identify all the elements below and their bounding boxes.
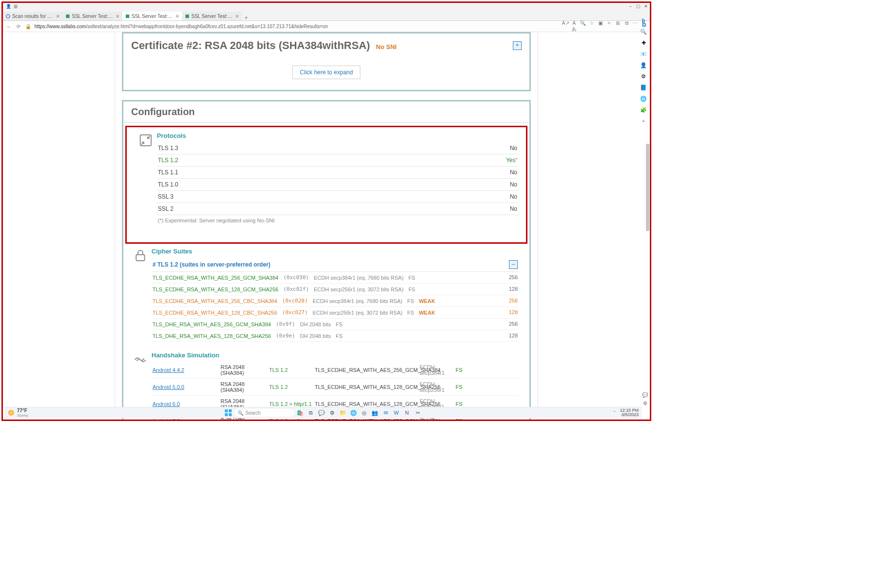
protocol-value: No: [510, 145, 517, 151]
addrbar-action-icon[interactable]: 🔍: [579, 20, 586, 33]
taskbar-edge[interactable]: 🌐: [349, 408, 358, 417]
certificate-expand-icon[interactable]: +: [513, 41, 522, 50]
start-button[interactable]: [224, 408, 233, 417]
tray-chevron-icon[interactable]: ˄: [613, 410, 616, 415]
handshake-row: Android 4.4.2RSA 2048 (SHA384)TLS 1.2TLS…: [152, 362, 519, 379]
taskbar-chat[interactable]: 💬: [317, 408, 326, 417]
taskbar-onenote[interactable]: N: [403, 408, 411, 417]
addrbar-action-icon[interactable]: ⧉: [623, 20, 630, 33]
certificate-title-text: Certificate #2: RSA 2048 bits (SHA384wit…: [131, 39, 370, 51]
taskbar-weather[interactable]: 77°F Sunny: [8, 408, 28, 418]
titlebar-left-icons: 👤 ▥: [6, 3, 18, 10]
handshake-client-link[interactable]: Android 7.0: [152, 418, 220, 420]
cipher-suites-section: Cipher Suites # TLS 1.2 (suites in serve…: [123, 244, 529, 344]
sidebar-icon[interactable]: 📘: [640, 84, 647, 91]
tab-close-button[interactable]: ✕: [116, 14, 119, 19]
taskbar-search[interactable]: 🔍 Search: [235, 409, 294, 417]
handshake-client-link[interactable]: Android 5.0.0: [152, 384, 220, 390]
window-maximize[interactable]: ▢: [634, 3, 642, 10]
refresh-button[interactable]: ⟳: [15, 24, 22, 29]
browser-tab[interactable]: SSL Server Test: webappfrontdo…✕: [122, 12, 182, 20]
expand-certificate-button[interactable]: Click here to expand: [292, 66, 360, 79]
tab-close-button[interactable]: ✕: [235, 14, 239, 19]
svg-point-0: [6, 14, 10, 17]
edge-sidebar: b🔍✚📧👤⚙📘🌐🧩+: [639, 15, 648, 125]
addrbar-action-icon[interactable]: ⊞: [614, 20, 621, 33]
sidebar-icon[interactable]: 🧩: [640, 106, 647, 114]
cipher-collapse-icon[interactable]: –: [509, 260, 518, 269]
cipher-suites-subhead: # TLS 1.2 (suites in server-preferred or…: [152, 258, 519, 272]
sidebar-icon[interactable]: 🔍: [640, 28, 647, 35]
cipher-detail: ECDH secp384r1 (eq. 7680 bits RSA): [313, 298, 403, 304]
tab-label: SSL Server Test: webappfrontdo…: [72, 14, 114, 19]
taskbar-taskview[interactable]: ⧉: [306, 408, 315, 417]
tab-close-button[interactable]: ✕: [175, 14, 179, 19]
handshake-client-link[interactable]: Android 6.0: [152, 401, 220, 407]
workspace-icon[interactable]: ▥: [14, 4, 18, 9]
settings-icon[interactable]: ⚙: [643, 401, 647, 406]
back-button[interactable]: ←: [5, 24, 12, 29]
taskbar-teams[interactable]: 👥: [371, 408, 379, 417]
window-minimize[interactable]: –: [627, 3, 634, 10]
taskbar-chrome[interactable]: ◎: [360, 408, 369, 417]
protocols-highlight: Protocols TLS 1.3NoTLS 1.2Yes*TLS 1.1NoT…: [125, 126, 527, 244]
site-info-icon[interactable]: 🔒: [25, 24, 32, 29]
search-placeholder: Search: [245, 410, 261, 416]
new-tab-button[interactable]: +: [242, 15, 251, 20]
addrbar-action-icon[interactable]: Aあ: [571, 20, 577, 33]
sidebar-icon[interactable]: 🌐: [640, 95, 647, 102]
protocol-name: TLS 1.0: [158, 181, 178, 188]
browser-tab[interactable]: SSL Server Test: webappfrontdo…✕: [63, 12, 122, 20]
configuration-box: Configuration Protocols TLS 1.3: [122, 100, 531, 420]
cipher-suite-row: TLS_ECDHE_RSA_WITH_AES_128_CBC_SHA256(0x…: [152, 307, 519, 319]
search-icon: 🔍: [237, 410, 243, 416]
protocol-name: TLS 1.2: [158, 157, 178, 164]
tab-label: Scan results for https://webappf: [12, 14, 54, 19]
addrbar-action-icon[interactable]: ⋯: [632, 20, 639, 33]
cipher-suites-icon: [129, 248, 152, 263]
taskbar-explorer[interactable]: 📁: [339, 408, 347, 417]
addrbar-action-icon[interactable]: ▣: [597, 20, 604, 33]
taskbar-settings[interactable]: ⚙: [328, 408, 337, 417]
taskbar-right[interactable]: ˄ 12:15 PM 6/5/2023: [613, 408, 639, 417]
cipher-bits: 128: [509, 309, 518, 316]
tab-label: SSL Server Test: webappfrontdo…: [132, 14, 173, 19]
sidebar-icon[interactable]: 👤: [640, 61, 647, 69]
handshake-client-link[interactable]: Android 4.4.2: [152, 367, 220, 373]
weather-icon: [8, 410, 14, 416]
weather-cond: Sunny: [17, 413, 28, 418]
sidebar-icon[interactable]: b: [640, 17, 647, 24]
sidebar-icon[interactable]: ⚙: [640, 72, 647, 80]
handshake-key: RSA 2048 (SHA384): [220, 364, 269, 376]
sidebar-icon[interactable]: 📧: [640, 50, 647, 58]
cipher-suite-name: TLS_DHE_RSA_WITH_AES_128_GCM_SHA256: [152, 333, 271, 339]
taskbar-word[interactable]: W: [392, 408, 401, 417]
svg-rect-3: [186, 14, 189, 17]
sidebar-add-icon[interactable]: +: [640, 117, 647, 125]
addrbar-action-icon[interactable]: ✧: [606, 20, 612, 33]
cipher-suite-name: TLS_DHE_RSA_WITH_AES_256_GCM_SHA384: [152, 321, 271, 327]
title-bar: 👤 ▥ – ▢ ✕: [3, 3, 650, 10]
protocol-value: No: [510, 169, 517, 176]
protocol-value: Yes*: [506, 157, 517, 164]
sidebar-icon[interactable]: ✚: [640, 39, 647, 47]
protocol-row: SSL 2No: [157, 203, 518, 215]
tab-favicon: [66, 14, 70, 18]
cipher-suite-row: TLS_DHE_RSA_WITH_AES_256_GCM_SHA384(0x9f…: [152, 319, 519, 330]
browser-tab[interactable]: Scan results for https://webappf✕: [3, 12, 63, 20]
addrbar-action-icon[interactable]: ☆: [588, 20, 595, 33]
taskbar-snip[interactable]: ✂: [413, 408, 422, 417]
protocol-row: TLS 1.2Yes*: [157, 154, 518, 167]
url-field[interactable]: https://www.ssllabs.com/ssltest/analyze.…: [34, 24, 559, 29]
scrollbar-thumb[interactable]: [646, 144, 649, 231]
browser-tab[interactable]: SSL Server Test: webappfrontdo…✕: [182, 12, 242, 20]
svg-rect-7: [229, 409, 232, 412]
taskbar-outlook[interactable]: ✉: [381, 408, 390, 417]
profile-icon[interactable]: 👤: [6, 4, 11, 9]
addrbar-action-icon[interactable]: A↗: [562, 20, 569, 33]
window-close[interactable]: ✕: [642, 3, 650, 10]
chat-icon[interactable]: 💬: [642, 392, 648, 398]
taskbar-store[interactable]: 🛍️: [296, 408, 305, 417]
tab-close-button[interactable]: ✕: [56, 14, 60, 19]
cipher-bits: 128: [509, 286, 518, 292]
